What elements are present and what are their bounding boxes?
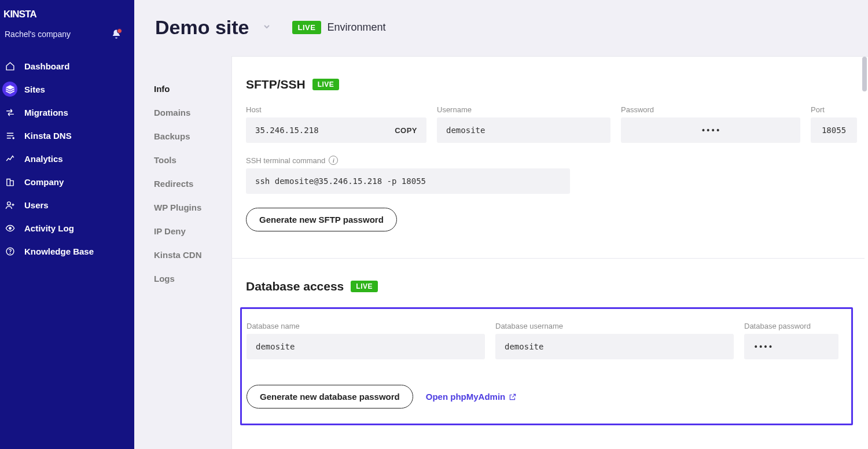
scrollbar[interactable]: [862, 57, 867, 91]
svg-point-1: [12, 137, 14, 139]
nav-activity-log[interactable]: Activity Log: [0, 216, 134, 240]
nav-label: Activity Log: [24, 223, 74, 233]
layers-icon: [2, 82, 17, 97]
subnav-wp-plugins[interactable]: WP Plugins: [154, 196, 231, 219]
subnav-backups[interactable]: Backups: [154, 124, 231, 148]
svg-point-3: [9, 227, 11, 229]
sidebar: KINSta Rachel's company Dashboard Sites …: [0, 0, 134, 449]
main-area: Demo site LIVE Environment Info Domains …: [134, 0, 868, 449]
port-label: Port: [811, 105, 857, 114]
port-field[interactable]: 18055: [811, 117, 857, 143]
sftp-section: SFTP/SSH LIVE Host 35.246.15.218 COPY: [246, 78, 847, 231]
company-name[interactable]: Rachel's company: [5, 30, 71, 39]
info-icon[interactable]: i: [329, 156, 338, 165]
site-subnav: Info Domains Backups Tools Redirects WP …: [134, 56, 231, 449]
host-field[interactable]: 35.246.15.218 COPY: [246, 117, 426, 143]
nav-dns[interactable]: Kinsta DNS: [0, 124, 134, 147]
nav-label: Sites: [24, 84, 45, 94]
environment-live-badge: LIVE: [292, 21, 322, 34]
nav-company[interactable]: Company: [0, 170, 134, 193]
building-icon: [5, 176, 15, 187]
db-title: Database access: [246, 279, 344, 293]
db-name-label: Database name: [247, 322, 485, 330]
password-field[interactable]: ••••: [621, 117, 800, 143]
subnav-info[interactable]: Info: [154, 77, 231, 101]
username-label: Username: [437, 105, 610, 114]
nav-users[interactable]: Users: [0, 193, 134, 216]
subnav-logs[interactable]: Logs: [154, 267, 231, 290]
brand-logo[interactable]: KINSta: [0, 8, 134, 27]
nav-label: Dashboard: [24, 61, 69, 71]
dns-icon: [5, 130, 15, 141]
nav-label: Analytics: [24, 154, 63, 164]
user-plus-icon: [5, 200, 15, 210]
nav-knowledge-base[interactable]: Knowledge Base: [0, 240, 134, 263]
db-user-field[interactable]: demosite: [495, 334, 734, 359]
sftp-live-badge: LIVE: [312, 79, 340, 90]
copy-host-button[interactable]: COPY: [395, 126, 417, 135]
nav-label: Kinsta DNS: [24, 131, 72, 141]
subnav-kinsta-cdn[interactable]: Kinsta CDN: [154, 243, 231, 267]
section-divider: [232, 258, 865, 259]
host-value: 35.246.15.218: [255, 126, 319, 135]
external-link-icon: [509, 393, 517, 401]
subnav-redirects[interactable]: Redirects: [154, 172, 231, 196]
nav-analytics[interactable]: Analytics: [0, 147, 134, 170]
host-label: Host: [246, 105, 426, 114]
svg-point-2: [7, 201, 10, 205]
generate-db-password-button[interactable]: Generate new database password: [247, 385, 413, 408]
nav-label: Migrations: [24, 108, 68, 117]
open-phpmyadmin-link[interactable]: Open phpMyAdmin: [426, 392, 517, 402]
home-icon: [5, 61, 15, 71]
ssh-command-label: SSH terminal command i: [246, 156, 570, 165]
db-highlight-box: Database name demosite Database username…: [240, 307, 853, 425]
environment-label[interactable]: Environment: [327, 21, 385, 34]
notifications-bell-icon[interactable]: [111, 29, 122, 39]
migrate-icon: [5, 107, 15, 117]
username-field[interactable]: demosite: [437, 117, 610, 143]
nav-label: Users: [24, 200, 49, 210]
subnav-domains[interactable]: Domains: [154, 101, 231, 124]
sftp-title: SFTP/SSH: [246, 78, 306, 91]
info-panel: SFTP/SSH LIVE Host 35.246.15.218 COPY: [231, 56, 868, 449]
help-icon: [5, 246, 15, 256]
nav-dashboard[interactable]: Dashboard: [0, 54, 134, 78]
password-value: ••••: [701, 126, 720, 135]
database-section: Database access LIVE Database name demos…: [246, 279, 847, 425]
nav-migrations[interactable]: Migrations: [0, 101, 134, 124]
username-value: demosite: [446, 126, 485, 135]
nav-sites[interactable]: Sites: [0, 78, 134, 101]
chevron-down-icon[interactable]: [262, 22, 271, 34]
svg-text:KINSta: KINSta: [3, 9, 36, 20]
db-name-field[interactable]: demosite: [247, 334, 485, 359]
db-user-value: demosite: [505, 342, 543, 351]
ssh-command-value: ssh demosite@35.246.15.218 -p 18055: [255, 176, 426, 186]
primary-nav: Dashboard Sites Migrations Kinsta DNS An…: [0, 54, 134, 263]
site-title: Demo site: [155, 16, 249, 39]
generate-sftp-password-button[interactable]: Generate new SFTP password: [246, 208, 397, 231]
db-pass-field[interactable]: ••••: [744, 334, 838, 359]
db-user-label: Database username: [495, 322, 734, 330]
port-value: 18055: [822, 126, 846, 135]
db-pass-value: ••••: [753, 342, 773, 351]
page-header: Demo site LIVE Environment: [134, 0, 868, 56]
ssh-command-field[interactable]: ssh demosite@35.246.15.218 -p 18055: [246, 168, 570, 194]
db-pass-label: Database password: [744, 322, 838, 330]
svg-point-5: [9, 253, 10, 253]
subnav-ip-deny[interactable]: IP Deny: [154, 219, 231, 243]
password-label: Password: [621, 105, 800, 114]
db-live-badge: LIVE: [351, 281, 378, 292]
chart-icon: [5, 153, 15, 164]
db-name-value: demosite: [256, 342, 295, 351]
subnav-tools[interactable]: Tools: [154, 148, 231, 172]
nav-label: Company: [24, 177, 64, 187]
eye-icon: [5, 223, 15, 233]
nav-label: Knowledge Base: [24, 246, 94, 256]
